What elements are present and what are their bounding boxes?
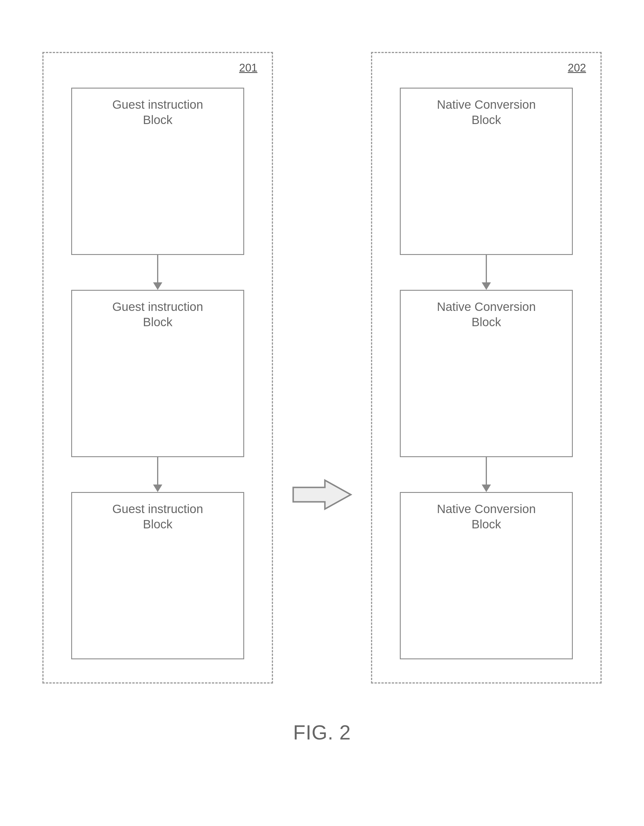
arrow-down-icon: [153, 457, 162, 492]
columns: 201 Guest instruction Block Guest instru…: [29, 52, 615, 683]
arrow-right-icon: [290, 477, 354, 512]
block-title-line2: Block: [401, 315, 572, 330]
block-title-line1: Guest instruction: [72, 97, 243, 112]
block-title-line2: Block: [72, 315, 243, 330]
left-container: 201 Guest instruction Block Guest instru…: [42, 52, 273, 683]
block-title-line1: Native Conversion: [401, 502, 572, 517]
block-title-line1: Native Conversion: [401, 97, 572, 112]
block-title-line2: Block: [401, 517, 572, 532]
block-title-line2: Block: [72, 517, 243, 532]
native-block: Native Conversion Block: [400, 88, 573, 255]
diagram-canvas: 201 Guest instruction Block Guest instru…: [0, 0, 644, 826]
block-title-line1: Native Conversion: [401, 300, 572, 315]
arrow-down-icon: [482, 255, 491, 290]
native-block: Native Conversion Block: [400, 290, 573, 457]
left-container-id: 201: [239, 62, 257, 74]
block-title-line2: Block: [72, 112, 243, 128]
native-block: Native Conversion Block: [400, 492, 573, 659]
figure-caption: FIG. 2: [29, 721, 615, 744]
block-title-line1: Guest instruction: [72, 300, 243, 315]
right-container-id: 202: [568, 62, 586, 74]
guest-block: Guest instruction Block: [71, 88, 244, 255]
big-arrow-wrap: [290, 477, 354, 512]
guest-block: Guest instruction Block: [71, 492, 244, 659]
svg-marker-0: [293, 480, 351, 509]
right-container: 202 Native Conversion Block Native Conve…: [371, 52, 602, 683]
block-title-line2: Block: [401, 112, 572, 128]
arrow-down-icon: [153, 255, 162, 290]
arrow-down-icon: [482, 457, 491, 492]
block-title-line1: Guest instruction: [72, 502, 243, 517]
guest-block: Guest instruction Block: [71, 290, 244, 457]
